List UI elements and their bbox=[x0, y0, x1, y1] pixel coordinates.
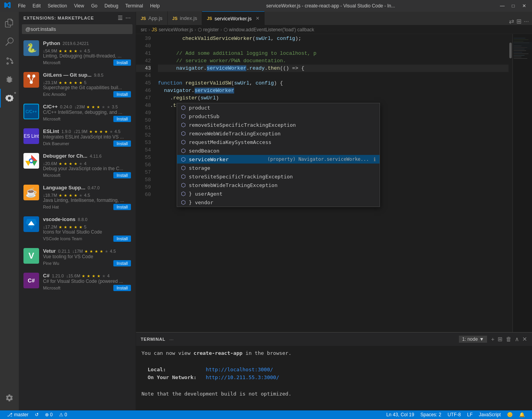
status-errors[interactable]: ⊗ 0 bbox=[42, 410, 56, 419]
extension-item[interactable]: C/C++ C/C++ 0.24.0 ↓23M ★★★★★ 3.5 C/C++ … bbox=[19, 101, 136, 125]
terminal-chevron-up-icon[interactable]: ∧ bbox=[515, 336, 519, 343]
extension-desc: Supercharge the Git capabilities buil... bbox=[43, 85, 131, 90]
terminal-add-icon[interactable]: + bbox=[491, 336, 494, 343]
menu-go[interactable]: Go bbox=[88, 2, 100, 10]
maximize-button[interactable]: □ bbox=[509, 2, 517, 10]
ac-item-removewebwide[interactable]: ⬡ removeWebWideTrackingException bbox=[177, 129, 380, 138]
extension-item[interactable]: GitLens — Git sup... 9.8.5 ↓23.1M ★★★★★ … bbox=[19, 69, 136, 101]
extension-item[interactable]: C# C# 1.21.0 ↓15.6M ★★★★★ 4 C# for Visua… bbox=[19, 270, 136, 294]
ac-item-storesitespecific[interactable]: ⬡ storeSiteSpecificTrackingException bbox=[177, 172, 380, 181]
tab-more-icon[interactable]: ··· bbox=[524, 18, 529, 25]
terminal-close-icon[interactable]: ✕ bbox=[522, 336, 527, 343]
extension-stats: ↓23M ★★★★★ 3.5 bbox=[74, 104, 118, 109]
ac-info-icon[interactable]: ℹ bbox=[374, 156, 376, 163]
extensions-search-input[interactable] bbox=[22, 24, 133, 34]
breadcrumb-func[interactable]: register bbox=[203, 27, 219, 32]
ext-name-row: vscode-icons 8.8.0 ↓17.2M ★★★★★ 5 bbox=[43, 216, 131, 229]
terminal-trash-icon[interactable]: 🗑 bbox=[506, 336, 512, 343]
extension-item[interactable]: 🐍 Python 2019.6.24221 ↓54.9M ★★★★★ 4.5 L… bbox=[19, 37, 136, 69]
extension-item[interactable]: V Vetur 0.21.1 ↓17M ★★★★★ 4.5 Vue toolin… bbox=[19, 245, 136, 270]
sidebar-more-icon[interactable]: ··· bbox=[125, 15, 131, 21]
status-line-col[interactable]: Ln 43, Col 19 bbox=[383, 410, 417, 419]
spaces-label: Spaces: 2 bbox=[421, 412, 441, 417]
activity-debug-icon[interactable] bbox=[0, 70, 19, 89]
status-sync[interactable]: ↺ bbox=[32, 410, 42, 419]
menu-terminal[interactable]: Terminal bbox=[122, 2, 146, 10]
status-branch[interactable]: ⎇ master bbox=[4, 410, 32, 419]
sidebar-menu-icon[interactable]: ☰ bbox=[118, 15, 123, 21]
terminal-node-dropdown[interactable]: 1: node ▼ bbox=[459, 336, 487, 343]
ac-item-sendbeacon[interactable]: ⬡ sendBeacon bbox=[177, 146, 380, 155]
install-button[interactable]: Install bbox=[113, 140, 131, 147]
split-editor-icon[interactable]: ⇄ bbox=[509, 18, 514, 25]
editor-wrapper: 39 40 41 42 43 44 45 46 47 48 49 50 51 5… bbox=[136, 34, 532, 332]
code-content[interactable]: checkValidServiceWorker(swUrl, config); … bbox=[155, 34, 509, 332]
breadcrumb-src[interactable]: src bbox=[141, 27, 147, 32]
terminal-split-icon[interactable]: ⊞ bbox=[498, 336, 503, 343]
editor-layout-icon[interactable]: ⊞ bbox=[516, 18, 521, 25]
ac-item-productsub[interactable]: ⬡ productSub bbox=[177, 112, 380, 120]
menu-selection[interactable]: Selection bbox=[45, 2, 70, 10]
install-button[interactable]: Install bbox=[113, 285, 131, 291]
ac-item-removesitespecific[interactable]: ⬡ removeSiteSpecificTrackingException bbox=[177, 120, 380, 129]
activity-search-icon[interactable] bbox=[0, 32, 19, 51]
ac-item-label: productSub bbox=[189, 113, 376, 120]
tab-app-js[interactable]: JS App.js bbox=[136, 11, 168, 25]
menu-debug[interactable]: Debug bbox=[101, 2, 121, 10]
menu-bar: File Edit Selection View Go Debug Termin… bbox=[15, 2, 163, 10]
code-line-57: function registerValidSW(swUrl, config) … bbox=[158, 79, 509, 87]
extension-stats: ↓18.7M ★★★★★ 4.5 bbox=[43, 193, 90, 198]
status-language[interactable]: JavaScript bbox=[476, 410, 504, 419]
ac-item-product[interactable]: ⬡ product bbox=[177, 103, 380, 112]
language-label: JavaScript bbox=[479, 412, 501, 417]
tab-close-icon[interactable]: ✕ bbox=[256, 16, 260, 21]
breadcrumb-callback[interactable]: window.addEventListener('load') callback bbox=[229, 27, 314, 32]
extension-publisher: Microsoft bbox=[43, 173, 61, 178]
breadcrumb-file[interactable]: serviceWorker.js bbox=[159, 27, 193, 32]
activity-extensions-icon[interactable] bbox=[0, 89, 19, 108]
tab-serviceworker-js[interactable]: JS serviceWorker.js ✕ bbox=[202, 11, 265, 25]
status-encoding[interactable]: UTF-8 bbox=[444, 410, 464, 419]
activity-explorer-icon[interactable] bbox=[0, 14, 19, 32]
terminal-label: TERMINAL bbox=[141, 337, 165, 342]
terminal-content[interactable]: You can now view create-react-app in the… bbox=[136, 346, 532, 410]
status-spaces[interactable]: Spaces: 2 bbox=[417, 410, 444, 419]
autocomplete-popup: ⬡ product ⬡ productSub ⬡ removeSiteSpeci… bbox=[177, 103, 380, 207]
ac-item-useragent[interactable]: ⬡ } userAgent bbox=[177, 189, 380, 198]
ac-item-storewebwide[interactable]: ⬡ storeWebWideTrackingException bbox=[177, 181, 380, 189]
activity-settings-icon[interactable] bbox=[0, 388, 19, 407]
ac-item-vendor[interactable]: ⬡ } vendor bbox=[177, 198, 380, 207]
install-button[interactable]: Install bbox=[113, 116, 131, 122]
status-emoji[interactable]: 😊 bbox=[504, 410, 516, 419]
terminal-more-icon[interactable]: ··· bbox=[169, 336, 174, 342]
vertical-scrollbar[interactable] bbox=[509, 34, 512, 332]
status-line-ending[interactable]: LF bbox=[464, 410, 476, 419]
minimize-button[interactable]: — bbox=[498, 2, 506, 10]
install-button[interactable]: Install bbox=[113, 260, 131, 266]
ac-item-requestmedia[interactable]: ⬡ requestMediaKeySystemAccess bbox=[177, 138, 380, 146]
install-button[interactable]: Install bbox=[113, 236, 131, 242]
menu-edit[interactable]: Edit bbox=[29, 2, 44, 10]
extension-item[interactable]: Debugger for Ch... 4.11.6 ↓20.6M ★★★★★ 4… bbox=[19, 150, 136, 182]
ac-item-storage[interactable]: ⬡ storage bbox=[177, 164, 380, 172]
ac-item-label: product bbox=[189, 104, 376, 111]
install-button[interactable]: Install bbox=[113, 59, 131, 66]
tab-index-js[interactable]: JS index.js bbox=[168, 11, 202, 25]
extension-item[interactable]: vscode-icons 8.8.0 ↓17.2M ★★★★★ 5 Icons … bbox=[19, 213, 136, 245]
extension-publisher: Microsoft bbox=[43, 60, 61, 65]
extension-icon: ES Lint bbox=[23, 128, 39, 144]
menu-view[interactable]: View bbox=[71, 2, 87, 10]
close-button[interactable]: ✕ bbox=[520, 2, 528, 10]
menu-file[interactable]: File bbox=[15, 2, 29, 10]
status-bell[interactable]: 🔔 bbox=[516, 410, 528, 419]
extension-item[interactable]: ☕ Language Supp... 0.47.0 ↓18.7M ★★★★★ 4… bbox=[19, 182, 136, 213]
install-button[interactable]: Install bbox=[113, 172, 131, 178]
status-warnings[interactable]: ⚠ 0 bbox=[56, 410, 70, 419]
install-button[interactable]: Install bbox=[113, 204, 131, 210]
terminal-node-label: 1: node bbox=[462, 336, 478, 342]
menu-help[interactable]: Help bbox=[147, 2, 163, 10]
install-button[interactable]: Install bbox=[113, 91, 131, 97]
ac-item-serviceworker[interactable]: ⬡ serviceWorker (property) Navigator.ser… bbox=[177, 155, 380, 164]
extension-item[interactable]: ES Lint ESLint 1.9.0 ↓21.9M ★★★★★ 4.5 In… bbox=[19, 125, 136, 150]
activity-scm-icon[interactable] bbox=[0, 51, 19, 70]
